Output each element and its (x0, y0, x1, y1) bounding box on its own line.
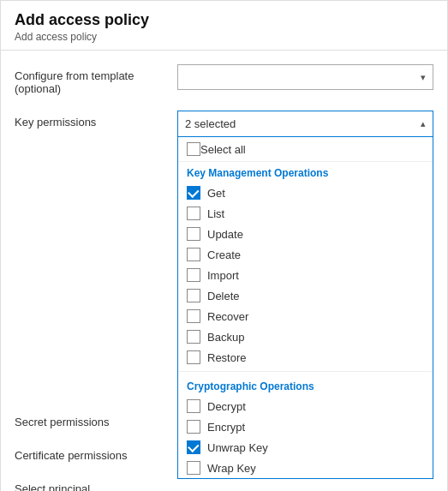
key-management-section-label: Key Management Operations (178, 162, 433, 183)
key-permissions-control: 2 selected ▴ Select all Key Management O… (177, 111, 433, 136)
label-import[interactable]: Import (207, 269, 239, 282)
label-update[interactable]: Update (207, 228, 243, 241)
label-get[interactable]: Get (207, 187, 225, 200)
form-body: Configure from template (optional) ▾ Key… (1, 51, 447, 491)
crypto-item-decrypt[interactable]: Decrypt (178, 396, 433, 416)
label-encrypt[interactable]: Encrypt (207, 421, 245, 434)
label-unwrap-key[interactable]: Unwrap Key (207, 441, 268, 454)
configure-control: ▾ (177, 64, 433, 90)
chevron-down-icon: ▾ (421, 72, 426, 83)
label-create[interactable]: Create (207, 248, 241, 261)
crypto-item-verify[interactable]: Verify (178, 478, 433, 479)
label-backup[interactable]: Backup (207, 331, 244, 344)
select-principal-row: Select principal (15, 477, 433, 491)
secret-permissions-label: Secret permissions (15, 410, 177, 428)
checkbox-update[interactable] (187, 227, 200, 241)
label-restore[interactable]: Restore (207, 351, 247, 364)
key-item-recover[interactable]: Recover (178, 306, 433, 326)
chevron-up-icon: ▴ (421, 118, 426, 129)
key-item-backup[interactable]: Backup (178, 326, 433, 347)
page-subtitle: Add access policy (15, 31, 433, 43)
key-permissions-row: Key permissions 2 selected ▴ Select all … (15, 111, 433, 136)
select-principal-label: Select principal (15, 477, 177, 491)
configure-row: Configure from template (optional) ▾ (15, 64, 433, 95)
key-permissions-label: Key permissions (15, 111, 177, 129)
key-item-create[interactable]: Create (178, 244, 433, 265)
checkbox-backup[interactable] (187, 330, 200, 344)
select-all-label[interactable]: Select all (200, 143, 246, 156)
checkbox-wrap-key[interactable] (187, 461, 200, 475)
checkbox-decrypt[interactable] (187, 399, 200, 413)
checkbox-create[interactable] (187, 248, 200, 261)
label-delete[interactable]: Delete (207, 290, 240, 302)
checkbox-delete[interactable] (187, 289, 200, 302)
label-wrap-key[interactable]: Wrap Key (207, 462, 256, 475)
key-item-delete[interactable]: Delete (178, 285, 433, 306)
select-all-checkbox[interactable] (187, 142, 200, 156)
crypto-section-label: Cryptographic Operations (178, 375, 433, 396)
checkbox-restore[interactable] (187, 350, 200, 364)
key-permissions-dropdown: Select all Key Management Operations Get… (177, 136, 433, 479)
page-title: Add access policy (15, 11, 433, 29)
label-recover[interactable]: Recover (207, 310, 248, 323)
checkbox-unwrap-key[interactable] (187, 440, 200, 454)
key-permissions-value: 2 selected (185, 117, 236, 130)
configure-select[interactable]: ▾ (177, 64, 433, 90)
section-divider (178, 371, 433, 372)
label-decrypt[interactable]: Decrypt (207, 400, 246, 413)
checkbox-import[interactable] (187, 268, 200, 282)
key-item-get[interactable]: Get (178, 183, 433, 203)
select-all-row[interactable]: Select all (178, 137, 433, 162)
crypto-item-encrypt[interactable]: Encrypt (178, 416, 433, 437)
configure-label: Configure from template (optional) (15, 64, 177, 95)
checkbox-encrypt[interactable] (187, 420, 200, 434)
key-item-import[interactable]: Import (178, 265, 433, 285)
crypto-item-wrap-key[interactable]: Wrap Key (178, 458, 433, 478)
key-item-list[interactable]: List (178, 203, 433, 224)
checkbox-get[interactable] (187, 186, 200, 200)
certificate-permissions-label: Certificate permissions (15, 444, 177, 462)
page-container: Add access policy Add access policy Conf… (0, 0, 448, 491)
key-item-update[interactable]: Update (178, 224, 433, 244)
crypto-item-unwrap-key[interactable]: Unwrap Key (178, 437, 433, 458)
header: Add access policy Add access policy (1, 1, 447, 51)
checkbox-list[interactable] (187, 207, 200, 220)
label-list[interactable]: List (207, 207, 224, 220)
key-permissions-select[interactable]: 2 selected ▴ (177, 111, 433, 136)
key-item-restore[interactable]: Restore (178, 347, 433, 368)
checkbox-recover[interactable] (187, 309, 200, 323)
